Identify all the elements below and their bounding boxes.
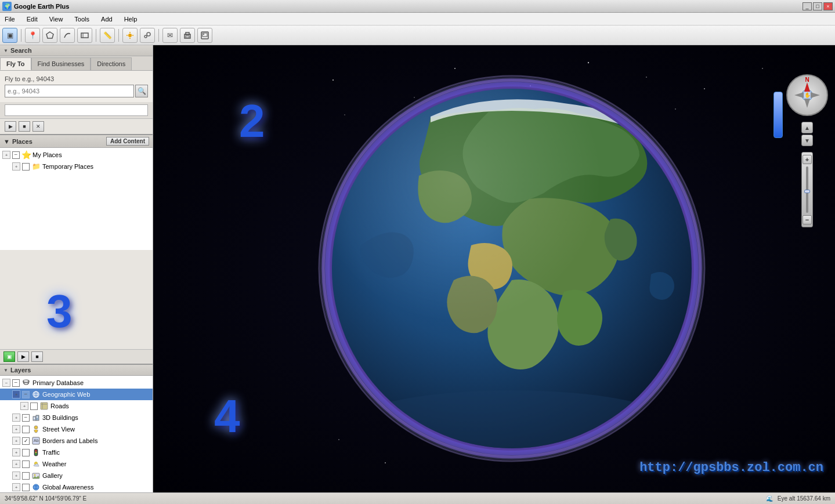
geo-web-checkbox[interactable]: [22, 391, 30, 398]
save-image-button[interactable]: [197, 28, 212, 43]
search-panel-header[interactable]: ▼ Search: [0, 45, 153, 56]
layer-borders-labels[interactable]: + Ab Borders and Labels: [0, 435, 153, 447]
geo-web-expand[interactable]: +: [12, 390, 20, 398]
close-button[interactable]: ×: [823, 2, 833, 10]
my-places-folder-icon: ⭐: [21, 150, 31, 159]
globe-area[interactable]: N ✋ ▲ ▼ + −: [153, 45, 835, 492]
svg-point-3: [128, 34, 132, 37]
search-input[interactable]: [5, 85, 134, 97]
layer-traffic[interactable]: + Traffic: [0, 447, 153, 458]
places-panel-header[interactable]: ▼ Places Add Content: [0, 135, 153, 148]
svg-marker-0: [46, 32, 53, 38]
sky-button[interactable]: [140, 28, 155, 43]
borders-expand[interactable]: +: [12, 437, 20, 445]
gallery-label: Gallery: [42, 472, 63, 479]
maximize-button[interactable]: □: [813, 2, 822, 10]
street-view-checkbox[interactable]: [22, 426, 30, 433]
tab-find-businesses[interactable]: Find Businesses: [31, 57, 91, 70]
places-panel-label: Places: [12, 138, 32, 145]
primary-db-checkbox[interactable]: [12, 379, 20, 387]
print-button[interactable]: [180, 28, 195, 43]
zoom-track[interactable]: [806, 166, 808, 213]
temp-places-expand[interactable]: +: [12, 162, 20, 171]
places-stop-button[interactable]: ■: [31, 351, 43, 362]
menu-tools[interactable]: Tools: [72, 14, 92, 24]
tilt-down-button[interactable]: ▼: [801, 135, 813, 146]
search-close-button[interactable]: ✕: [32, 121, 44, 132]
menu-edit[interactable]: Edit: [24, 14, 40, 24]
navigation-controls: N ✋ ▲ ▼ + −: [786, 74, 828, 227]
gallery-checkbox[interactable]: [22, 472, 30, 480]
add-path-button[interactable]: [60, 28, 75, 43]
layer-weather[interactable]: + Weather: [0, 458, 153, 470]
compass-bg[interactable]: N ✋: [786, 74, 828, 116]
layer-geographic-web[interactable]: + Geographic Web: [0, 389, 153, 400]
tilt-up-button[interactable]: ▲: [801, 122, 813, 133]
zoom-in-button[interactable]: +: [803, 155, 812, 164]
toolbar-sep-1: [21, 29, 21, 42]
compass-rose[interactable]: N ✋: [786, 74, 828, 116]
toolbar-sep-2: [96, 29, 96, 42]
roads-expand[interactable]: +: [20, 402, 28, 410]
search-go-button[interactable]: 🔍: [135, 85, 148, 97]
add-polygon-button[interactable]: [42, 28, 57, 43]
layer-gallery[interactable]: + Gallery: [0, 470, 153, 481]
zoom-thumb[interactable]: [804, 190, 810, 193]
add-overlay-button[interactable]: [77, 28, 92, 43]
weather-icon: [31, 459, 41, 469]
awareness-checkbox[interactable]: [22, 484, 30, 491]
places-play-button[interactable]: ▶: [17, 351, 29, 362]
my-places-expand[interactable]: +: [2, 151, 10, 159]
buildings-checkbox[interactable]: [22, 414, 30, 422]
buildings-expand[interactable]: +: [12, 414, 20, 422]
places-add-button[interactable]: ▣: [3, 351, 15, 362]
menu-add[interactable]: Add: [99, 14, 115, 24]
layer-primary-db[interactable]: − Primary Database: [0, 377, 153, 389]
street-view-label: Street View: [42, 426, 75, 433]
primary-db-icon: [21, 378, 31, 387]
nav-vertical-indicator[interactable]: [773, 92, 783, 138]
weather-checkbox[interactable]: [22, 461, 30, 468]
streaming-icon: 🌊: [766, 495, 773, 502]
temp-places-checkbox[interactable]: [22, 163, 30, 171]
search-fly-to-label: Fly to e.g., 94043: [5, 75, 148, 82]
roads-checkbox[interactable]: [30, 403, 38, 410]
email-button[interactable]: ✉: [162, 28, 178, 43]
primary-db-expand[interactable]: −: [2, 379, 10, 387]
search-play-button[interactable]: ▶: [5, 121, 16, 132]
minimize-button[interactable]: _: [803, 2, 812, 10]
street-view-expand[interactable]: +: [12, 425, 20, 433]
menu-help[interactable]: Help: [122, 14, 140, 24]
ruler-button[interactable]: 📏: [100, 28, 115, 43]
svg-rect-11: [186, 32, 189, 35]
add-content-button[interactable]: Add Content: [106, 137, 149, 146]
zoom-out-button[interactable]: −: [803, 215, 812, 224]
coordinates-display: 34°59'58.62" N 104°59'06.79" E: [5, 495, 86, 502]
layers-panel-header[interactable]: ▼ Layers: [0, 365, 153, 376]
borders-checkbox[interactable]: [22, 437, 30, 445]
layer-street-view[interactable]: + Street View: [0, 423, 153, 435]
weather-expand[interactable]: +: [12, 460, 20, 468]
gallery-expand[interactable]: +: [12, 472, 20, 480]
globe-container[interactable]: [315, 71, 709, 467]
traffic-expand[interactable]: +: [12, 448, 20, 456]
layer-roads[interactable]: + Roads: [0, 400, 153, 412]
tab-directions[interactable]: Directions: [91, 57, 132, 70]
awareness-expand[interactable]: +: [12, 483, 20, 491]
tree-item-my-places[interactable]: + ⭐ My Places: [0, 149, 153, 161]
my-places-checkbox[interactable]: [12, 151, 20, 159]
svg-rect-28: [37, 416, 38, 418]
menu-view[interactable]: View: [47, 14, 66, 24]
add-placemark-button[interactable]: 📍: [25, 28, 40, 43]
my-places-label: My Places: [32, 151, 62, 158]
tab-fly-to[interactable]: Fly To: [0, 57, 31, 70]
layer-3d-buildings[interactable]: + 3D Buildings: [0, 412, 153, 423]
menu-file[interactable]: File: [2, 14, 17, 24]
search-stop-button[interactable]: ■: [19, 121, 30, 132]
sun-button[interactable]: [122, 28, 138, 43]
layer-global-awareness[interactable]: + Global Awareness: [0, 481, 153, 492]
places-controls: ▣ ▶ ■: [0, 349, 153, 364]
traffic-checkbox[interactable]: [22, 449, 30, 456]
tree-item-temporary-places[interactable]: + 📁 Temporary Places: [0, 161, 153, 172]
sidebar-toggle-button[interactable]: ▣: [2, 28, 17, 43]
